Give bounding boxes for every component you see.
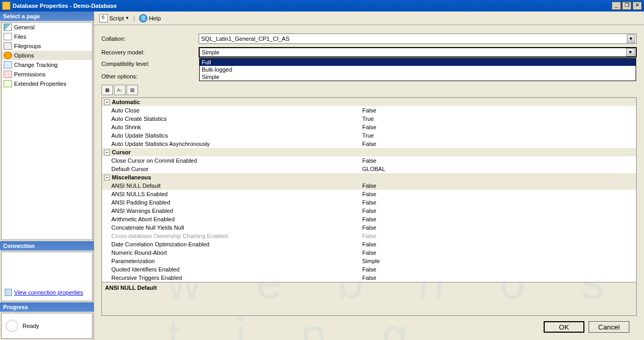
grid-row[interactable]: ANSI Warnings EnabledFalse — [102, 207, 636, 215]
property-value[interactable]: False — [360, 141, 636, 147]
maximize-button[interactable]: ❐ — [622, 2, 631, 10]
window-title: Database Properties - Demo-Database — [13, 3, 611, 9]
grid-row[interactable]: Arithmetic Abort EnabledFalse — [102, 215, 636, 223]
property-value[interactable]: GLOBAL — [360, 166, 636, 172]
collapse-icon[interactable]: − — [104, 99, 110, 105]
sidebar-page-options[interactable]: Options — [2, 51, 92, 60]
grid-row[interactable]: Cross-database Ownership Chaining Enable… — [102, 232, 636, 240]
icon-files — [4, 33, 12, 40]
grid-row[interactable]: ANSI Padding EnabledFalse — [102, 198, 636, 207]
property-grid[interactable]: −AutomaticAuto CloseFalseAuto Create Sta… — [101, 97, 637, 282]
grid-row[interactable]: Auto Create StatisticsTrue — [102, 115, 636, 123]
view-connection-link[interactable]: View connection properties — [5, 289, 89, 296]
connection-link-label: View connection properties — [14, 289, 83, 296]
categorized-view-button[interactable]: ▦ — [101, 85, 113, 95]
ok-button[interactable]: OK — [544, 321, 584, 333]
page-label: Permissions — [14, 71, 45, 77]
grid-row[interactable]: Auto ShrinkFalse — [102, 123, 636, 131]
category-label: Automatic — [112, 99, 140, 105]
property-name: Recursive Triggers Enabled — [102, 275, 360, 281]
icon-permissions — [4, 71, 12, 78]
property-value[interactable]: False — [360, 266, 636, 273]
grid-row[interactable]: Recursive Triggers EnabledFalse — [102, 274, 636, 282]
property-name: ANSI Padding Enabled — [102, 199, 360, 206]
property-name: Date Correlation Optimization Enabled — [102, 241, 360, 247]
recovery-combo[interactable]: Simple ▼ FullBulk-loggedSimple — [199, 47, 637, 58]
grid-row[interactable]: Quoted Identifiers EnabledFalse — [102, 265, 636, 274]
property-name: Auto Close — [102, 107, 360, 114]
grid-category[interactable]: −Cursor — [102, 148, 636, 156]
collapse-icon[interactable]: − — [104, 175, 110, 180]
property-value[interactable]: False — [360, 250, 636, 256]
property-name: Concatenate Null Yields Null — [102, 224, 360, 231]
property-value[interactable]: False — [360, 275, 636, 281]
sidebar-page-permissions[interactable]: Permissions — [2, 70, 92, 79]
property-value[interactable]: False — [360, 224, 636, 231]
property-value[interactable]: False — [360, 124, 636, 130]
property-value[interactable]: False — [360, 199, 636, 206]
grid-category[interactable]: −Miscellaneous — [102, 173, 636, 182]
icon-tracking — [4, 61, 12, 69]
sidebar-page-extended-properties[interactable]: Extended Properties — [2, 79, 92, 88]
property-value[interactable]: True — [360, 116, 636, 122]
compat-label: Compatibility level: — [101, 61, 199, 67]
property-name: Close Cursor on Commit Enabled — [102, 157, 360, 164]
grid-row[interactable]: ANSI NULLS EnabledFalse — [102, 190, 636, 198]
grid-toolbar: ▦ A↓ ▤ — [101, 85, 637, 95]
grid-row[interactable]: Auto Update Statistics AsynchronouslyFal… — [102, 140, 636, 148]
property-value[interactable]: False — [360, 183, 636, 189]
grid-row[interactable]: ParameterizationSimple — [102, 257, 636, 265]
sidebar-page-general[interactable]: General — [2, 22, 92, 32]
recovery-option-bulk-logged[interactable]: Bulk-logged — [200, 66, 636, 73]
property-pages-button[interactable]: ▤ — [126, 85, 138, 95]
recovery-dropdown-list: FullBulk-loggedSimple — [199, 58, 636, 81]
property-value[interactable]: False — [360, 216, 636, 222]
grid-row[interactable]: Close Cursor on Commit EnabledFalse — [102, 156, 636, 165]
progress-header: Progress — [0, 302, 94, 312]
collation-dropdown-icon[interactable]: ▼ — [627, 35, 635, 43]
property-name: Arithmetic Abort Enabled — [102, 216, 360, 222]
property-name: ANSI NULL Default — [102, 183, 360, 189]
grid-row[interactable]: Concatenate Null Yields NullFalse — [102, 223, 636, 232]
sidebar: Select a page GeneralFilesFilegroupsOpti… — [0, 12, 94, 340]
minimize-button[interactable]: _ — [612, 2, 621, 10]
page-label: Extended Properties — [14, 81, 66, 87]
collation-combo[interactable]: SQL_Latin1_General_CP1_CI_AS ▼ — [199, 33, 637, 44]
page-label: Filegroups — [14, 43, 41, 49]
property-value[interactable]: True — [360, 132, 636, 139]
grid-row[interactable]: Auto Update StatisticsTrue — [102, 131, 636, 140]
property-name: Parameterization — [102, 258, 360, 264]
connection-panel: View connection properties — [1, 252, 93, 301]
property-value[interactable]: False — [360, 191, 636, 197]
chevron-down-icon: ▼ — [125, 16, 129, 20]
collation-value: SQL_Latin1_General_CP1_CI_AS — [200, 36, 627, 42]
sidebar-page-change-tracking[interactable]: Change Tracking — [2, 60, 92, 70]
property-value[interactable]: False — [360, 233, 636, 239]
grid-row[interactable]: ANSI NULL DefaultFalse — [102, 182, 636, 190]
alphabetical-view-button[interactable]: A↓ — [114, 85, 125, 95]
connection-icon — [5, 289, 12, 296]
recovery-option-simple[interactable]: Simple — [200, 73, 636, 81]
help-button[interactable]: ? Help — [137, 13, 163, 24]
property-value[interactable]: False — [360, 107, 636, 114]
grid-row[interactable]: Numeric Round-AbortFalse — [102, 248, 636, 257]
property-value[interactable]: False — [360, 208, 636, 214]
recovery-dropdown-icon[interactable]: ▼ — [626, 48, 635, 56]
sidebar-page-files[interactable]: Files — [2, 32, 92, 41]
grid-category[interactable]: −Automatic — [102, 98, 636, 106]
recovery-option-full[interactable]: Full — [200, 59, 636, 66]
close-button[interactable]: ✕ — [632, 2, 642, 10]
pages-list: GeneralFilesFilegroupsOptionsChange Trac… — [1, 22, 93, 240]
grid-row[interactable]: Auto CloseFalse — [102, 106, 636, 115]
grid-row[interactable]: Date Correlation Optimization EnabledFal… — [102, 240, 636, 248]
property-value[interactable]: False — [360, 241, 636, 247]
property-value[interactable]: False — [360, 157, 636, 164]
property-name: Quoted Identifiers Enabled — [102, 266, 360, 273]
property-value[interactable]: Simple — [360, 258, 636, 264]
cancel-button[interactable]: Cancel — [589, 321, 629, 333]
collapse-icon[interactable]: − — [104, 150, 110, 155]
script-button[interactable]: Script ▼ — [97, 13, 131, 24]
property-name: Default Cursor — [102, 166, 360, 172]
grid-row[interactable]: Default CursorGLOBAL — [102, 165, 636, 173]
sidebar-page-filegroups[interactable]: Filegroups — [2, 41, 92, 51]
